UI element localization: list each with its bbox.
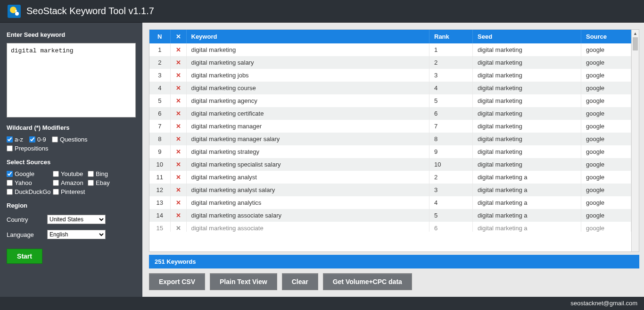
remove-row-icon[interactable]: ✕ <box>170 171 186 184</box>
table-row[interactable]: 15✕digital marketing associate6digital m… <box>149 222 631 232</box>
cell-n: 15 <box>149 222 170 232</box>
source-amazon[interactable]: Amazon <box>53 179 87 186</box>
remove-row-icon[interactable]: ✕ <box>170 158 186 171</box>
source-checkbox[interactable] <box>53 171 59 177</box>
table-row[interactable]: 8✕digital marketing manager salary8digit… <box>149 133 631 145</box>
cell-keyword: digital marketing jobs <box>186 69 429 82</box>
col-header-seed[interactable]: Seed <box>473 30 581 43</box>
cell-rank: 5 <box>429 94 473 107</box>
scroll-up-icon[interactable]: ▲ <box>632 30 639 37</box>
cell-n: 3 <box>149 69 170 82</box>
remove-row-icon[interactable]: ✕ <box>170 133 186 145</box>
cell-seed: digital marketing <box>473 82 581 94</box>
source-checkbox[interactable] <box>53 189 59 195</box>
remove-row-icon[interactable]: ✕ <box>170 107 186 120</box>
modifier-09[interactable]: 0-9 <box>29 136 51 143</box>
source-checkbox[interactable] <box>88 171 94 177</box>
table-scrollbar[interactable]: ▲ <box>631 30 639 251</box>
summary-bar: 251 Keywords <box>149 255 639 268</box>
table-row[interactable]: 4✕digital marketing course4digital marke… <box>149 82 631 94</box>
remove-row-icon[interactable]: ✕ <box>170 196 186 209</box>
plain-text-button[interactable]: Plain Text View <box>210 273 277 290</box>
source-google[interactable]: Google <box>7 170 52 177</box>
source-checkbox[interactable] <box>53 180 59 186</box>
start-button[interactable]: Start <box>7 249 42 264</box>
source-checkbox[interactable] <box>7 171 13 177</box>
col-header-source[interactable]: Source <box>581 30 631 43</box>
remove-row-icon[interactable]: ✕ <box>170 43 186 56</box>
modifier-prepositions[interactable]: Prepositions <box>7 145 58 152</box>
source-checkbox[interactable] <box>7 189 13 195</box>
modifier-az[interactable]: a-z <box>7 136 28 143</box>
cell-seed: digital marketing <box>473 120 581 133</box>
export-csv-button[interactable]: Export CSV <box>149 273 205 290</box>
cell-rank: 8 <box>429 133 473 145</box>
cell-seed: digital marketing <box>473 107 581 120</box>
cell-rank: 6 <box>429 222 473 232</box>
cell-source: google <box>581 133 631 145</box>
modifier-checkbox[interactable] <box>7 136 13 142</box>
country-select[interactable]: United States <box>47 215 106 224</box>
table-row[interactable]: 11✕digital marketing analyst2digital mar… <box>149 171 631 184</box>
modifier-checkbox[interactable] <box>29 136 35 142</box>
cell-seed: digital marketing <box>473 56 581 69</box>
cell-keyword: digital marketing strategy <box>186 145 429 158</box>
cell-n: 7 <box>149 120 170 133</box>
cell-n: 14 <box>149 209 170 222</box>
cell-seed: digital marketing a <box>473 184 581 196</box>
table-row[interactable]: 3✕digital marketing jobs3digital marketi… <box>149 69 631 82</box>
remove-row-icon[interactable]: ✕ <box>170 94 186 107</box>
table-row[interactable]: 10✕digital marketing specialist salary10… <box>149 158 631 171</box>
scroll-thumb[interactable] <box>633 37 638 50</box>
modifier-checkbox[interactable] <box>7 145 13 151</box>
remove-row-icon[interactable]: ✕ <box>170 82 186 94</box>
main-panel: N ✕ Keyword Rank Seed Source 1✕digital m… <box>142 23 644 297</box>
col-header-keyword[interactable]: Keyword <box>186 30 429 43</box>
remove-row-icon[interactable]: ✕ <box>170 222 186 232</box>
remove-row-icon[interactable]: ✕ <box>170 56 186 69</box>
remove-row-icon[interactable]: ✕ <box>170 209 186 222</box>
source-youtube[interactable]: Youtube <box>53 170 87 177</box>
clear-button[interactable]: Clear <box>282 273 318 290</box>
table-row[interactable]: 7✕digital marketing manager7digital mark… <box>149 120 631 133</box>
modifier-checkbox[interactable] <box>52 136 58 142</box>
cell-n: 10 <box>149 158 170 171</box>
remove-row-icon[interactable]: ✕ <box>170 120 186 133</box>
seed-input[interactable] <box>7 43 136 117</box>
source-yahoo[interactable]: Yahoo <box>7 179 52 186</box>
cell-rank: 6 <box>429 107 473 120</box>
source-duckduckgo[interactable]: DuckDuckGo <box>7 188 52 195</box>
table-row[interactable]: 9✕digital marketing strategy9digital mar… <box>149 145 631 158</box>
table-row[interactable]: 6✕digital marketing certificate6digital … <box>149 107 631 120</box>
table-row[interactable]: 2✕digital marketing salary2digital marke… <box>149 56 631 69</box>
table-row[interactable]: 1✕digital marketing1digital marketinggoo… <box>149 43 631 56</box>
table-row[interactable]: 13✕digital marketing analytics4digital m… <box>149 196 631 209</box>
table-row[interactable]: 12✕digital marketing analyst salary3digi… <box>149 184 631 196</box>
cell-keyword: digital marketing manager <box>186 120 429 133</box>
table-row[interactable]: 5✕digital marketing agency5digital marke… <box>149 94 631 107</box>
remove-row-icon[interactable]: ✕ <box>170 145 186 158</box>
modifiers-group: a-z0-9QuestionsPrepositions <box>7 136 136 152</box>
language-select[interactable]: English <box>47 230 106 239</box>
cell-seed: digital marketing <box>473 133 581 145</box>
cell-keyword: digital marketing analytics <box>186 196 429 209</box>
volume-cpc-button[interactable]: Get Volume+CPC data <box>323 273 412 290</box>
cell-keyword: digital marketing associate salary <box>186 209 429 222</box>
col-header-n[interactable]: N <box>149 30 170 43</box>
table-row[interactable]: 14✕digital marketing associate salary5di… <box>149 209 631 222</box>
remove-row-icon[interactable]: ✕ <box>170 184 186 196</box>
source-bing[interactable]: Bing <box>88 170 116 177</box>
cell-rank: 1 <box>429 43 473 56</box>
remove-row-icon[interactable]: ✕ <box>170 69 186 82</box>
cell-n: 2 <box>149 56 170 69</box>
source-pinterest[interactable]: Pinterest <box>53 188 87 195</box>
modifier-questions[interactable]: Questions <box>52 136 104 143</box>
modifier-label: Questions <box>60 136 88 143</box>
source-ebay[interactable]: Ebay <box>88 179 116 186</box>
col-header-rank[interactable]: Rank <box>429 30 473 43</box>
source-checkbox[interactable] <box>7 180 13 186</box>
source-checkbox[interactable] <box>88 180 94 186</box>
cell-n: 12 <box>149 184 170 196</box>
col-header-remove[interactable]: ✕ <box>170 30 186 43</box>
cell-rank: 4 <box>429 82 473 94</box>
